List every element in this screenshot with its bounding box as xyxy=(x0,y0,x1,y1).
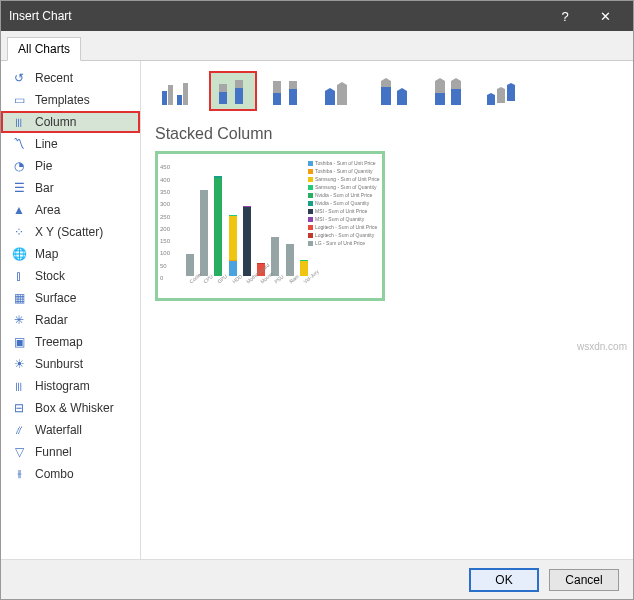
tab-all-charts[interactable]: All Charts xyxy=(7,37,81,61)
legend-item: Nvidia - Sum of Quantity xyxy=(308,200,380,207)
sidebar-item-funnel[interactable]: ▽Funnel xyxy=(1,441,140,463)
cancel-button[interactable]: Cancel xyxy=(549,569,619,591)
chart-preview[interactable]: CoolerCPUGPUHDDMotherboardMousePSURamVid… xyxy=(155,151,385,301)
sidebar-item-bar[interactable]: ☰Bar xyxy=(1,177,140,199)
legend-item: MSI - Sum of Unit Price xyxy=(308,208,380,215)
chart-subtype-row xyxy=(155,71,619,111)
subtype-3d-100-stacked-column[interactable] xyxy=(425,71,473,111)
chart-type-icon: ▣ xyxy=(11,334,27,350)
legend-item: Nvidia - Sum of Unit Price xyxy=(308,192,380,199)
y-tick-label: 250 xyxy=(160,214,170,220)
svg-rect-3 xyxy=(183,83,188,105)
sidebar-item-radar[interactable]: ✳Radar xyxy=(1,309,140,331)
insert-chart-dialog: Insert Chart ? ✕ All Charts ↺Recent▭Temp… xyxy=(0,0,634,600)
chart-type-icon: ▽ xyxy=(11,444,27,460)
chart-category-sidebar: ↺Recent▭Templates⫼Column〽Line◔Pie☰Bar▲Ar… xyxy=(1,61,141,559)
sidebar-item-waterfall[interactable]: ⫽Waterfall xyxy=(1,419,140,441)
legend-item: LG - Sum of Unit Price xyxy=(308,240,380,247)
sidebar-item-label: Pie xyxy=(35,159,52,173)
svg-rect-1 xyxy=(168,85,173,105)
sidebar-item-label: Stock xyxy=(35,269,65,283)
chart-type-icon: ⫽ xyxy=(11,422,27,438)
legend-item: Samsung - Sum of Unit Price xyxy=(308,176,380,183)
svg-rect-7 xyxy=(235,80,243,88)
sidebar-item-label: Combo xyxy=(35,467,74,481)
svg-rect-9 xyxy=(273,93,281,105)
sidebar-item-label: Map xyxy=(35,247,58,261)
chart-plot-area xyxy=(184,160,306,276)
sidebar-item-label: X Y (Scatter) xyxy=(35,225,103,239)
svg-rect-6 xyxy=(235,88,243,104)
y-tick-label: 400 xyxy=(160,177,170,183)
sidebar-item-sunburst[interactable]: ☀Sunburst xyxy=(1,353,140,375)
chart-type-icon: ⫼ xyxy=(11,378,27,394)
sidebar-item-recent[interactable]: ↺Recent xyxy=(1,67,140,89)
chart-type-icon: ☰ xyxy=(11,180,27,196)
chart-type-icon: ▦ xyxy=(11,290,27,306)
help-button[interactable]: ? xyxy=(545,9,585,24)
chart-subtype-title: Stacked Column xyxy=(155,125,619,143)
sidebar-item-box-whisker[interactable]: ⊟Box & Whisker xyxy=(1,397,140,419)
subtype-100-stacked-column[interactable] xyxy=(263,71,311,111)
y-tick-label: 100 xyxy=(160,250,170,256)
chart-type-icon: ⊟ xyxy=(11,400,27,416)
sidebar-item-label: Funnel xyxy=(35,445,72,459)
sidebar-item-stock[interactable]: ⫿Stock xyxy=(1,265,140,287)
subtype-3d-stacked-column[interactable] xyxy=(371,71,419,111)
window-title: Insert Chart xyxy=(9,9,545,23)
sidebar-item-treemap[interactable]: ▣Treemap xyxy=(1,331,140,353)
ok-button[interactable]: OK xyxy=(469,568,539,592)
sidebar-item-x-y-scatter-[interactable]: ⁘X Y (Scatter) xyxy=(1,221,140,243)
chart-type-icon: 🌐 xyxy=(11,246,27,262)
watermark: wsxdn.com xyxy=(577,341,627,352)
svg-rect-5 xyxy=(219,84,227,92)
chart-legend: Toshiba - Sum of Unit PriceToshiba - Sum… xyxy=(308,160,380,248)
sidebar-item-surface[interactable]: ▦Surface xyxy=(1,287,140,309)
chart-type-icon: ⫵ xyxy=(11,466,27,482)
dialog-footer: OK Cancel xyxy=(1,559,633,599)
sidebar-item-label: Column xyxy=(35,115,76,129)
sidebar-item-column[interactable]: ⫼Column xyxy=(1,111,140,133)
svg-rect-0 xyxy=(162,91,167,105)
sidebar-item-line[interactable]: 〽Line xyxy=(1,133,140,155)
svg-rect-2 xyxy=(177,95,182,105)
svg-rect-11 xyxy=(289,89,297,105)
sidebar-item-label: Sunburst xyxy=(35,357,83,371)
chart-type-icon: ⫼ xyxy=(11,114,27,130)
sidebar-item-label: Waterfall xyxy=(35,423,82,437)
sidebar-item-pie[interactable]: ◔Pie xyxy=(1,155,140,177)
sidebar-item-histogram[interactable]: ⫼Histogram xyxy=(1,375,140,397)
chart-type-icon: ☀ xyxy=(11,356,27,372)
y-tick-label: 200 xyxy=(160,226,170,232)
subtype-stacked-column[interactable] xyxy=(209,71,257,111)
sidebar-item-label: Histogram xyxy=(35,379,90,393)
chart-type-icon: ▭ xyxy=(11,92,27,108)
close-button[interactable]: ✕ xyxy=(585,9,625,24)
sidebar-item-label: Box & Whisker xyxy=(35,401,114,415)
sidebar-item-label: Treemap xyxy=(35,335,83,349)
legend-item: Samsung - Sum of Quantity xyxy=(308,184,380,191)
y-tick-label: 450 xyxy=(160,164,170,170)
sidebar-item-map[interactable]: 🌐Map xyxy=(1,243,140,265)
subtype-3d-column[interactable] xyxy=(479,71,527,111)
titlebar: Insert Chart ? ✕ xyxy=(1,1,633,31)
subtype-clustered-column[interactable] xyxy=(155,71,203,111)
dialog-body: ↺Recent▭Templates⫼Column〽Line◔Pie☰Bar▲Ar… xyxy=(1,61,633,559)
chart-content-pane: Stacked Column CoolerCPUGPUHDDMotherboar… xyxy=(141,61,633,559)
sidebar-item-label: Bar xyxy=(35,181,54,195)
sidebar-item-label: Surface xyxy=(35,291,76,305)
subtype-3d-clustered-column[interactable] xyxy=(317,71,365,111)
sidebar-item-area[interactable]: ▲Area xyxy=(1,199,140,221)
legend-item: Toshiba - Sum of Quantity xyxy=(308,168,380,175)
sidebar-item-label: Line xyxy=(35,137,58,151)
chart-type-icon: ⫿ xyxy=(11,268,27,284)
sidebar-item-label: Area xyxy=(35,203,60,217)
tab-bar: All Charts xyxy=(1,35,633,61)
chart-type-icon: ✳ xyxy=(11,312,27,328)
sidebar-item-combo[interactable]: ⫵Combo xyxy=(1,463,140,485)
chart-type-icon: ↺ xyxy=(11,70,27,86)
sidebar-item-label: Templates xyxy=(35,93,90,107)
sidebar-item-templates[interactable]: ▭Templates xyxy=(1,89,140,111)
legend-item: Toshiba - Sum of Unit Price xyxy=(308,160,380,167)
chart-type-icon: ◔ xyxy=(11,158,27,174)
